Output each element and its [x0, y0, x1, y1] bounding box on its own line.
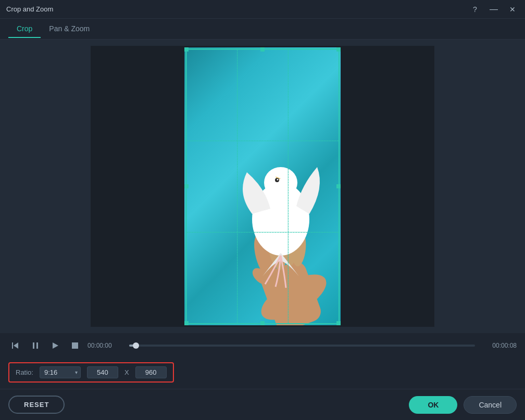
- play-pause-button[interactable]: [28, 338, 43, 353]
- ratio-box: Ratio: 9:16 Original 1:1 4:3 16:9 Custom…: [8, 362, 174, 383]
- reset-button[interactable]: RESET: [8, 396, 65, 414]
- ratio-select-wrap: 9:16 Original 1:1 4:3 16:9 Custom ▾: [40, 366, 81, 378]
- skip-back-icon: [11, 341, 20, 350]
- video-image: [184, 47, 341, 325]
- tab-pan-zoom[interactable]: Pan & Zoom: [41, 20, 98, 38]
- video-container: [91, 46, 434, 327]
- stop-icon: [70, 341, 80, 350]
- help-icon: ?: [473, 5, 477, 14]
- skip-back-button[interactable]: [8, 338, 23, 353]
- svg-marker-12: [14, 342, 18, 349]
- playback-bar: 00:00:00 00:00:08: [0, 333, 525, 358]
- ok-button[interactable]: OK: [409, 396, 457, 414]
- svg-marker-15: [53, 342, 58, 349]
- tab-crop[interactable]: Crop: [8, 20, 41, 38]
- play-button[interactable]: [48, 338, 63, 353]
- preview-area: [0, 40, 525, 333]
- svg-point-10: [277, 179, 279, 181]
- ratio-bar: Ratio: 9:16 Original 1:1 4:3 16:9 Custom…: [0, 358, 525, 389]
- help-button[interactable]: ?: [469, 3, 481, 16]
- title-bar: Crop and Zoom ? — ✕: [0, 0, 525, 19]
- action-right: OK Cancel: [409, 396, 517, 414]
- time-end: 00:00:08: [480, 342, 517, 349]
- stop-button[interactable]: [68, 338, 82, 353]
- svg-rect-16: [72, 342, 78, 349]
- bird-scene: [184, 47, 341, 325]
- main-content: 00:00:00 00:00:08 Ratio: 9:16 Original 1…: [0, 40, 525, 420]
- progress-track[interactable]: [129, 345, 475, 347]
- ratio-select[interactable]: 9:16 Original 1:1 4:3 16:9 Custom: [40, 366, 81, 378]
- ratio-label: Ratio:: [16, 368, 33, 376]
- app-title: Crop and Zoom: [6, 5, 53, 13]
- svg-rect-11: [12, 342, 13, 349]
- width-input[interactable]: [87, 366, 118, 378]
- close-button[interactable]: ✕: [506, 3, 519, 16]
- play-icon: [31, 341, 40, 350]
- title-bar-controls: ? — ✕: [469, 3, 519, 16]
- action-bar: RESET OK Cancel: [0, 389, 525, 420]
- time-current: 00:00:00: [88, 342, 124, 349]
- height-input[interactable]: [135, 366, 167, 378]
- close-icon: ✕: [509, 5, 516, 14]
- svg-rect-14: [36, 342, 38, 349]
- cancel-button[interactable]: Cancel: [464, 396, 517, 414]
- svg-rect-13: [33, 342, 34, 349]
- dimension-separator: X: [124, 368, 129, 376]
- title-bar-left: Crop and Zoom: [6, 5, 53, 13]
- progress-thumb[interactable]: [133, 342, 139, 349]
- minimize-button[interactable]: —: [488, 3, 500, 16]
- svg-point-8: [264, 167, 297, 198]
- play-arrow-icon: [51, 341, 60, 350]
- minimize-icon: —: [490, 5, 498, 14]
- tabs-bar: Crop Pan & Zoom: [0, 19, 525, 40]
